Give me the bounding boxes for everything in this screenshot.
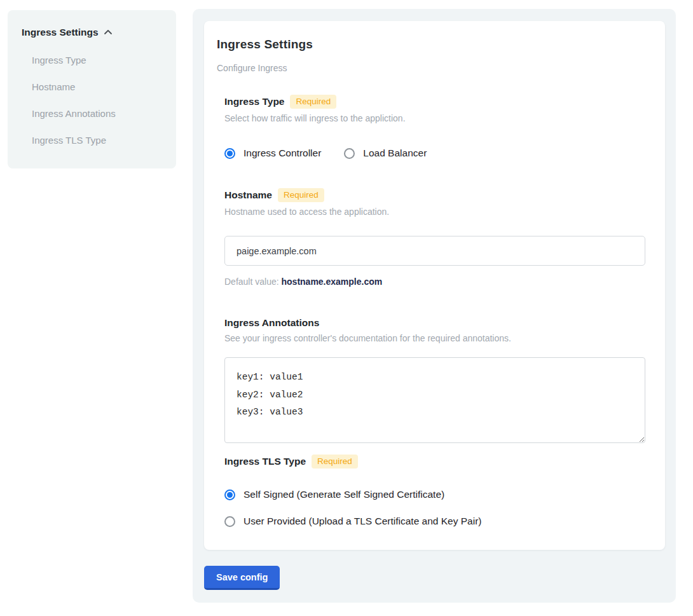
ingress-tls-type-radio-group: Self Signed (Generate Self Signed Certif… [224,489,645,527]
page-title: Ingress Settings [217,38,652,51]
ingress-type-radio-group: Ingress Controller Load Balancer [224,147,645,159]
section-ingress-annotations: Ingress Annotations See your ingress con… [224,317,645,446]
hostname-input[interactable] [224,236,645,266]
section-hostname: Hostname Required Hostname used to acces… [224,188,645,287]
page-subtitle: Configure Ingress [217,63,652,73]
sidebar-item-ingress-annotations[interactable]: Ingress Annotations [32,108,163,119]
sidebar-section-title: Ingress Settings [22,27,99,38]
required-badge: Required [312,455,358,469]
radio-unselected-icon [224,516,235,527]
ingress-type-label: Ingress Type [224,96,284,107]
radio-user-provided[interactable]: User Provided (Upload a TLS Certificate … [224,516,645,527]
ingress-tls-type-label: Ingress TLS Type [224,456,306,467]
radio-load-balancer-label: Load Balancer [363,147,427,159]
ingress-type-description: Select how traffic will ingress to the a… [224,113,645,123]
sidebar-section-header[interactable]: Ingress Settings [22,27,163,38]
radio-self-signed-label: Self Signed (Generate Self Signed Certif… [244,489,444,500]
section-ingress-tls-type: Ingress TLS Type Required Self Signed (G… [224,455,645,527]
hostname-description: Hostname used to access the application. [224,207,645,217]
radio-selected-icon [224,148,235,159]
settings-sidebar: Ingress Settings Ingress Type Hostname I… [8,10,176,168]
default-value-prefix: Default value: [224,277,282,287]
radio-load-balancer[interactable]: Load Balancer [344,147,427,159]
radio-ingress-controller-label: Ingress Controller [244,147,321,159]
ingress-annotations-textarea[interactable]: key1: value1 key2: value2 key3: value3 [224,357,645,443]
radio-self-signed[interactable]: Self Signed (Generate Self Signed Certif… [224,489,645,500]
sidebar-item-ingress-tls-type[interactable]: Ingress TLS Type [32,135,163,146]
save-config-button[interactable]: Save config [204,566,280,590]
hostname-default-line: Default value: hostname.example.com [224,277,645,287]
ingress-settings-panel: Ingress Settings Configure Ingress Ingre… [193,9,676,603]
default-value-text: hostname.example.com [282,277,383,287]
hostname-label: Hostname [224,189,272,201]
required-badge: Required [278,188,324,202]
radio-user-provided-label: User Provided (Upload a TLS Certificate … [244,516,481,527]
required-badge: Required [290,95,336,109]
radio-selected-icon [224,489,235,500]
chevron-up-icon[interactable] [104,28,113,37]
sidebar-item-hostname[interactable]: Hostname [32,81,163,92]
sidebar-item-ingress-type[interactable]: Ingress Type [32,55,163,65]
ingress-annotations-label: Ingress Annotations [224,317,319,329]
radio-unselected-icon [344,148,355,159]
sidebar-nav: Ingress Type Hostname Ingress Annotation… [22,55,163,146]
radio-ingress-controller[interactable]: Ingress Controller [224,147,321,159]
ingress-annotations-description: See your ingress controller's documentat… [224,333,645,343]
section-ingress-type: Ingress Type Required Select how traffic… [224,95,645,159]
ingress-settings-card: Ingress Settings Configure Ingress Ingre… [204,21,665,550]
